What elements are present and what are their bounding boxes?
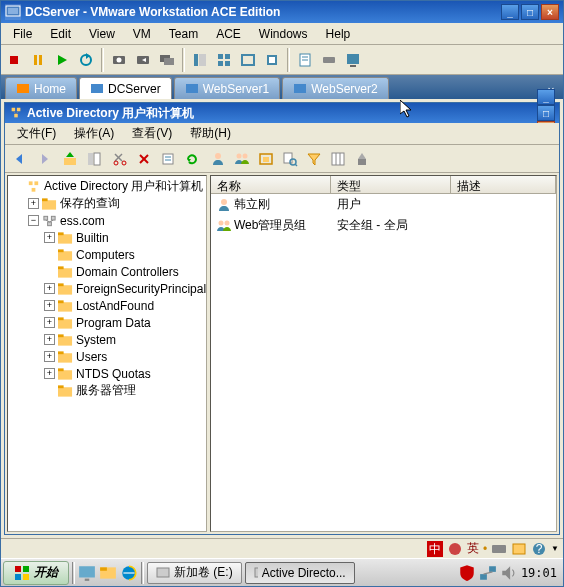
tree-item-6[interactable]: +System — [10, 331, 204, 348]
tree-item-0[interactable]: +Builtin — [10, 229, 204, 246]
ql-explorer-icon[interactable] — [99, 564, 117, 582]
tree-item-4[interactable]: +LostAndFound — [10, 297, 204, 314]
tree-item-5[interactable]: +Program Data — [10, 314, 204, 331]
vm-power-on-button[interactable] — [51, 49, 73, 71]
col-desc[interactable]: 描述 — [451, 176, 556, 193]
tray-security-icon[interactable] — [458, 564, 476, 582]
tab-home[interactable]: Home — [5, 77, 77, 99]
list-row[interactable]: Web管理员组安全组 - 全局 — [211, 215, 556, 236]
vm-console-button[interactable] — [342, 49, 364, 71]
new-group-button[interactable] — [231, 148, 253, 170]
add-columns-button[interactable] — [327, 148, 349, 170]
raise-domain-button[interactable] — [351, 148, 373, 170]
ad-menu-item[interactable]: 查看(V) — [124, 123, 180, 144]
new-user-button[interactable] — [207, 148, 229, 170]
tab-webserver2[interactable]: WebServer2 — [282, 77, 388, 99]
new-ou-button[interactable] — [255, 148, 277, 170]
tree-item-3[interactable]: +ForeignSecurityPrincipals — [10, 280, 204, 297]
svg-marker-38 — [16, 154, 22, 164]
vm-menu-edit[interactable]: Edit — [42, 25, 79, 43]
task-button[interactable]: 新加卷 (E:) — [147, 562, 242, 584]
ad-menu-item[interactable]: 帮助(H) — [182, 123, 239, 144]
col-type[interactable]: 类型 — [331, 176, 451, 193]
vm-unity-button[interactable] — [261, 49, 283, 71]
expander-icon[interactable]: + — [44, 232, 55, 243]
vm-menu-windows[interactable]: Windows — [251, 25, 316, 43]
ql-ie-icon[interactable] — [120, 564, 138, 582]
vm-snapshot-manager-button[interactable] — [156, 49, 178, 71]
list-row[interactable]: 韩立刚用户 — [211, 194, 556, 215]
vmware-maximize-button[interactable]: □ — [521, 4, 539, 20]
expander-icon[interactable]: − — [28, 215, 39, 226]
vm-snapshot-button[interactable] — [108, 49, 130, 71]
expander-icon[interactable]: + — [44, 300, 55, 311]
ime-tool-icon[interactable] — [447, 541, 463, 557]
tab-webserver1[interactable]: WebServer1 — [174, 77, 280, 99]
tree-item-7[interactable]: +Users — [10, 348, 204, 365]
ad-menu-item[interactable]: 操作(A) — [66, 123, 122, 144]
vm-quickswitch-button[interactable] — [213, 49, 235, 71]
back-button[interactable] — [9, 148, 31, 170]
expander-icon[interactable]: + — [44, 334, 55, 345]
ime-icon[interactable]: 中 — [427, 541, 443, 557]
tree-root[interactable]: Active Directory 用户和计算机 — [10, 178, 204, 195]
forward-button[interactable] — [33, 148, 55, 170]
start-button[interactable]: 开始 — [3, 561, 69, 585]
clock[interactable]: 19:01 — [521, 566, 557, 580]
ql-desktop-icon[interactable] — [78, 564, 96, 582]
tree-item-8[interactable]: +NTDS Quotas — [10, 365, 204, 382]
vmware-close-button[interactable]: × — [541, 4, 559, 20]
tree-domain[interactable]: −ess.com — [10, 212, 204, 229]
svg-rect-110 — [15, 574, 21, 580]
svg-marker-39 — [42, 154, 48, 164]
ime-options-icon[interactable]: ▼ — [551, 544, 559, 553]
vm-menu-file[interactable]: File — [5, 25, 40, 43]
vm-sidebar-button[interactable] — [189, 49, 211, 71]
ad-maximize-button[interactable]: □ — [537, 105, 555, 121]
ad-minimize-button[interactable]: _ — [537, 89, 555, 105]
tray-network-icon[interactable] — [479, 564, 497, 582]
tab-dcserver[interactable]: DCServer — [79, 77, 172, 99]
cut-button[interactable] — [109, 148, 131, 170]
filter-button[interactable] — [303, 148, 325, 170]
vm-revert-button[interactable] — [132, 49, 154, 71]
tree-item-1[interactable]: Computers — [10, 246, 204, 263]
vm-power-off-button[interactable] — [3, 49, 25, 71]
task-button[interactable]: Active Directo... — [245, 562, 355, 584]
tree-item-9[interactable]: 服务器管理 — [10, 382, 204, 399]
vm-menu-ace[interactable]: ACE — [208, 25, 249, 43]
expander-icon[interactable]: + — [44, 317, 55, 328]
col-name[interactable]: 名称 — [211, 176, 331, 193]
vm-suspend-button[interactable] — [27, 49, 49, 71]
tree-saved-queries[interactable]: +保存的查询 — [10, 195, 204, 212]
vm-reset-button[interactable] — [75, 49, 97, 71]
vm-menu-team[interactable]: Team — [161, 25, 206, 43]
vm-menu-view[interactable]: View — [81, 25, 123, 43]
list-body[interactable]: 韩立刚用户Web管理员组安全组 - 全局 — [211, 194, 556, 531]
up-button[interactable] — [59, 148, 81, 170]
svg-rect-86 — [58, 302, 72, 311]
ime-lang-text[interactable]: 英 — [467, 540, 479, 557]
tree-pane[interactable]: Active Directory 用户和计算机+保存的查询−ess.com+Bu… — [7, 175, 207, 532]
tray-volume-icon[interactable] — [500, 564, 518, 582]
vm-fullscreen-button[interactable] — [237, 49, 259, 71]
expander-icon[interactable]: + — [44, 283, 55, 294]
find-button[interactable] — [279, 148, 301, 170]
ime-keyboard-icon[interactable] — [491, 541, 507, 557]
ime-pad-icon[interactable] — [511, 541, 527, 557]
ime-help-icon[interactable]: ? — [531, 541, 547, 557]
expander-icon[interactable]: + — [44, 351, 55, 362]
expander-icon[interactable]: + — [28, 198, 39, 209]
ad-menu-item[interactable]: 文件(F) — [9, 123, 64, 144]
show-tree-button[interactable] — [83, 148, 105, 170]
properties-button[interactable] — [157, 148, 179, 170]
vm-appliance-button[interactable] — [318, 49, 340, 71]
vm-menu-vm[interactable]: VM — [125, 25, 159, 43]
delete-button[interactable] — [133, 148, 155, 170]
tree-item-2[interactable]: Domain Controllers — [10, 263, 204, 280]
expander-icon[interactable]: + — [44, 368, 55, 379]
vm-summary-button[interactable] — [294, 49, 316, 71]
vm-menu-help[interactable]: Help — [318, 25, 359, 43]
refresh-button[interactable] — [181, 148, 203, 170]
vmware-minimize-button[interactable]: _ — [501, 4, 519, 20]
